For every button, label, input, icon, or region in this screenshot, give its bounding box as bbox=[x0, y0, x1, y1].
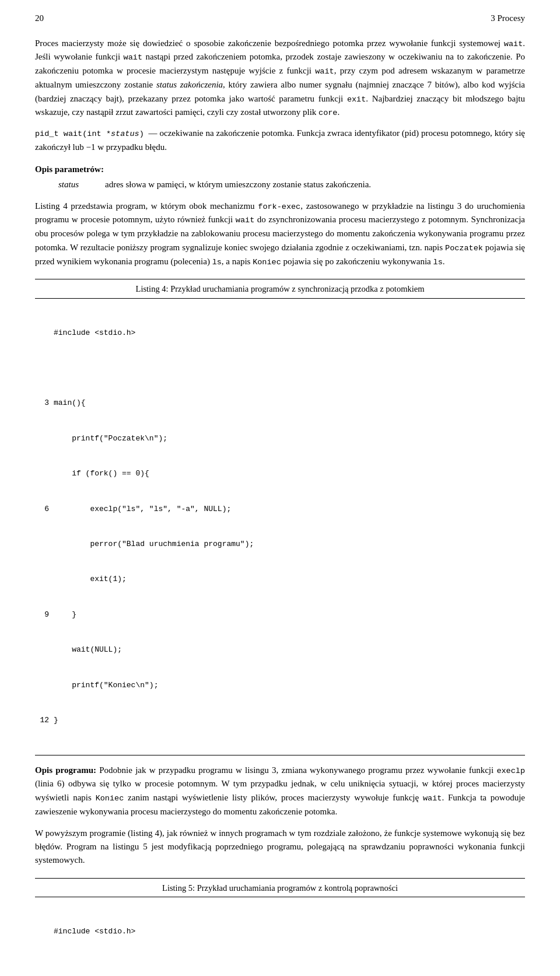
code-line-7: perror("Blad uruchmienia programu"); bbox=[35, 538, 525, 550]
line-num-7 bbox=[35, 538, 54, 550]
code-line-11: printf("Koniec\n"); bbox=[35, 680, 525, 691]
line-num-8 bbox=[35, 573, 54, 585]
header: 20 3 Procesy bbox=[35, 12, 525, 25]
line-num-4 bbox=[35, 433, 54, 445]
code-line-12: 12 } bbox=[35, 715, 525, 726]
line-content-9: } bbox=[54, 609, 76, 621]
core-inline-1: core bbox=[318, 109, 337, 117]
line-content-3: main(){ bbox=[54, 397, 86, 409]
l5-line-num-1 bbox=[35, 926, 54, 937]
line-num-5 bbox=[35, 468, 54, 480]
line-content-8: exit(1); bbox=[54, 573, 127, 585]
intro-paragraph: Proces macierzysty może się dowiedzieć o… bbox=[35, 37, 525, 120]
wait-inline-4: wait bbox=[236, 216, 254, 225]
listing5-caption: Listing 5: Przykład uruchamiania program… bbox=[35, 879, 525, 898]
koniec-inline-2: Koniec bbox=[96, 794, 124, 803]
code-line-9: 9 } bbox=[35, 609, 525, 621]
listing4-caption: Listing 4: Przykład uruchamiania program… bbox=[35, 279, 525, 299]
line-num-3: 3 bbox=[35, 397, 54, 409]
line-content-1: #include <stdio.h> bbox=[54, 327, 135, 339]
l5-line-content-blank1 bbox=[54, 961, 58, 972]
code-line-6: 6 execlp("ls", "ls", "-a", NULL); bbox=[35, 503, 525, 515]
line-num-6: 6 bbox=[35, 503, 54, 515]
param-status-name: status bbox=[58, 178, 93, 191]
wait-inline-1: wait bbox=[504, 40, 523, 48]
l5-code-line-1: #include <stdio.h> bbox=[35, 926, 525, 937]
l5-code-line-blank1 bbox=[35, 961, 525, 972]
execlp-inline-1: execlp bbox=[496, 767, 525, 775]
status-italic-1: status zakończenia bbox=[156, 80, 223, 89]
ls-inline-2: ls bbox=[433, 258, 443, 267]
wait-inline-2: wait bbox=[124, 53, 142, 62]
exit-inline-1: exit bbox=[347, 95, 366, 104]
line-num-10 bbox=[35, 644, 54, 656]
line-content-6: execlp("ls", "ls", "-a", NULL); bbox=[54, 503, 231, 515]
param-status-row: status adres słowa w pamięci, w którym u… bbox=[58, 178, 525, 191]
code-line-4: printf("Poczatek\n"); bbox=[35, 433, 525, 445]
page: 20 3 Procesy Proces macierzysty może się… bbox=[0, 0, 560, 976]
opis-programu-label: Opis programu: bbox=[35, 765, 96, 775]
wait-inline-3: wait bbox=[315, 67, 334, 76]
opis-parametrow-label: Opis parametrów: bbox=[35, 163, 525, 176]
listing5-box: Listing 5: Przykład uruchamiania program… bbox=[35, 878, 525, 976]
line-content-4: printf("Poczatek\n"); bbox=[54, 433, 167, 445]
listing4-box: Listing 4: Przykład uruchamiania program… bbox=[35, 279, 525, 755]
param-status-desc: adres słowa w pamięci, w którym umieszcz… bbox=[105, 178, 525, 191]
line-content-10: wait(NULL); bbox=[54, 644, 122, 656]
listing5-intro-paragraph: W powyższym programie (listing 4), jak r… bbox=[35, 827, 525, 867]
code-line-3: 3 main(){ bbox=[35, 397, 525, 409]
line-num-9: 9 bbox=[35, 609, 54, 621]
line-content-7: perror("Blad uruchmienia programu"); bbox=[54, 538, 254, 550]
code-line-5: if (fork() == 0){ bbox=[35, 468, 525, 480]
code-line-8: exit(1); bbox=[35, 573, 525, 585]
l5-line-num-blank1 bbox=[35, 961, 54, 972]
line-num-12: 12 bbox=[35, 715, 54, 726]
listing4-intro-paragraph: Listing 4 przedstawia program, w którym … bbox=[35, 200, 525, 269]
code-line-10: wait(NULL); bbox=[35, 644, 525, 656]
opis-programu-paragraph: Opis programu: Podobnie jak w przypadku … bbox=[35, 764, 525, 818]
fork-exec-inline: fork-exec bbox=[258, 202, 300, 211]
line-num-1 bbox=[35, 327, 54, 339]
ls-inline-1: ls bbox=[212, 258, 222, 267]
listing4-code: #include <stdio.h> 3 main(){ printf("Poc… bbox=[35, 299, 525, 754]
l5-line-content-1: #include <stdio.h> bbox=[54, 926, 135, 937]
line-content-11: printf("Koniec\n"); bbox=[54, 680, 158, 691]
line-content-blank1 bbox=[54, 362, 58, 374]
line-content-12: } bbox=[54, 715, 58, 726]
wait-signature: pid_t wait(int *status) bbox=[35, 130, 144, 138]
code-line-blank1 bbox=[35, 362, 525, 374]
line-num-11 bbox=[35, 680, 54, 691]
poczatek-inline-1: Poczatek bbox=[445, 244, 483, 253]
opis-parametrow-section: Opis parametrów: status adres słowa w pa… bbox=[35, 163, 525, 191]
line-num-blank1 bbox=[35, 362, 54, 374]
wait-signature-line: pid_t wait(int *status) — oczekiwanie na… bbox=[35, 127, 525, 154]
code-line-1: #include <stdio.h> bbox=[35, 327, 525, 339]
wait-inline-5: wait bbox=[423, 794, 442, 803]
header-page-number: 20 bbox=[35, 12, 44, 25]
line-content-5: if (fork() == 0){ bbox=[54, 468, 149, 480]
header-chapter: 3 Procesy bbox=[491, 12, 525, 25]
koniec-inline-1: Koniec bbox=[253, 258, 281, 267]
listing5-code: #include <stdio.h> 3 main(){ printf("Poc… bbox=[35, 897, 525, 976]
